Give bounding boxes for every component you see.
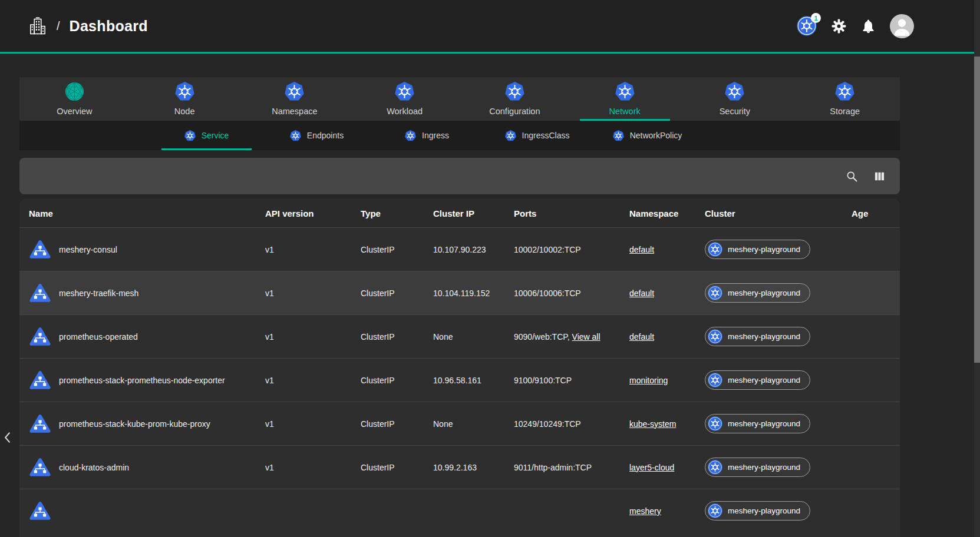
ports-text: 9100/9100:TCP [514, 376, 572, 385]
scrollbar-thumb[interactable] [974, 57, 980, 363]
main-tab[interactable]: Workload [349, 77, 460, 121]
subtab-label: NetworkPolicy [630, 131, 682, 140]
accent-divider [0, 52, 980, 54]
notifications-button[interactable] [861, 19, 876, 34]
service-name: cloud-kratos-admin [59, 463, 129, 472]
service-type: ClusterIP [361, 463, 433, 472]
sidebar-collapse-toggle[interactable] [1, 429, 15, 446]
breadcrumb: / Dashboard [28, 16, 148, 35]
subtab-label: IngressClass [522, 131, 570, 140]
cluster-chip[interactable]: meshery-playground [705, 283, 810, 303]
cluster-ip: 10.104.119.152 [433, 289, 514, 298]
cluster-chip[interactable]: meshery-playground [705, 370, 810, 390]
table-row[interactable]: meshery meshery-playground [19, 489, 900, 532]
main-tab[interactable]: Configuration [460, 77, 570, 121]
table-row[interactable]: cloud-kratos-admin v1 ClusterIP 10.99.2.… [19, 445, 900, 489]
namespace-link[interactable]: meshery [629, 506, 661, 516]
tab-label: Workload [387, 107, 423, 116]
service-icon [29, 238, 51, 261]
service-name: meshery-traefik-mesh [59, 289, 138, 298]
user-avatar[interactable] [890, 14, 914, 38]
table-header: NameAPI versionTypeCluster IPPortsNamesp… [19, 199, 900, 227]
kubernetes-icon [395, 82, 414, 101]
search-button[interactable] [846, 170, 858, 183]
main-tab[interactable]: Network [570, 77, 680, 121]
main-tab[interactable]: Namespace [240, 77, 350, 121]
kubernetes-icon [290, 130, 301, 141]
cluster-chip[interactable]: meshery-playground [705, 327, 810, 346]
sub-tab[interactable]: Service [151, 121, 262, 150]
view-all-link[interactable]: View all [572, 332, 600, 342]
column-header[interactable]: Name [19, 208, 265, 218]
kubernetes-icon [708, 329, 722, 344]
tab-label: Security [720, 107, 750, 116]
context-count-badge: 1 [811, 13, 821, 23]
cluster-chip-label: meshery-playground [728, 419, 800, 428]
table-row[interactable]: prometheus-stack-kube-prom-kube-proxy v1… [19, 402, 900, 445]
sub-tab[interactable]: NetworkPolicy [592, 121, 702, 150]
cluster-chip-label: meshery-playground [728, 332, 800, 341]
namespace-link[interactable]: default [629, 245, 654, 254]
service-name: meshery-consul [59, 245, 117, 254]
kubernetes-context-button[interactable]: 1 [797, 16, 817, 36]
sub-tab[interactable]: Ingress [372, 121, 482, 150]
tab-label: Node [174, 107, 195, 116]
main-tab[interactable]: Node [130, 77, 240, 121]
meshery-icon [65, 82, 84, 101]
sub-tab[interactable]: Endpoints [262, 121, 372, 150]
kubernetes-icon [708, 373, 722, 387]
kubernetes-icon [285, 82, 304, 101]
cluster-chip[interactable]: meshery-playground [705, 414, 810, 433]
sub-tab[interactable]: IngressClass [482, 121, 592, 150]
kubernetes-icon [725, 82, 744, 101]
column-header[interactable]: Cluster [705, 208, 852, 218]
service-icon [29, 369, 51, 392]
table-row[interactable]: meshery-traefik-mesh v1 ClusterIP 10.104… [19, 271, 900, 314]
namespace-link[interactable]: layer5-cloud [629, 463, 674, 472]
namespace-link[interactable]: kube-system [629, 419, 676, 429]
column-header[interactable]: Age [852, 208, 900, 218]
column-header[interactable]: Namespace [629, 208, 705, 218]
table-row[interactable]: prometheus-stack-prometheus-node-exporte… [19, 358, 900, 402]
table-row[interactable]: prometheus-operated v1 ClusterIP None 90… [19, 314, 900, 358]
window-scrollbar[interactable] [974, 0, 980, 537]
namespace-link[interactable]: default [629, 332, 654, 342]
kubernetes-icon [708, 242, 722, 257]
column-header[interactable]: API version [265, 208, 361, 218]
cluster-ip: 10.99.2.163 [433, 463, 514, 472]
app-header: / Dashboard 1 [0, 0, 980, 52]
kubernetes-icon [708, 416, 722, 431]
table-row[interactable]: meshery-consul v1 ClusterIP 10.107.90.22… [19, 227, 900, 271]
tab-label: Overview [57, 107, 92, 116]
service-icon [29, 326, 51, 348]
kubernetes-icon [835, 82, 854, 101]
main-tab[interactable]: Storage [790, 77, 900, 121]
column-header[interactable]: Cluster IP [433, 208, 514, 218]
cluster-ip: 10.107.90.223 [433, 245, 514, 254]
service-name: prometheus-stack-kube-prom-kube-proxy [59, 419, 210, 429]
column-header[interactable]: Type [361, 208, 433, 218]
service-icon [29, 282, 51, 304]
column-header[interactable]: Ports [514, 208, 629, 218]
settings-button[interactable] [831, 18, 847, 34]
service-icon [29, 456, 51, 479]
view-columns-icon [873, 170, 886, 183]
view-columns-button[interactable] [873, 170, 886, 183]
kubernetes-icon [175, 82, 194, 101]
building-icon[interactable] [28, 16, 47, 35]
service-name: prometheus-operated [59, 332, 138, 342]
cluster-chip[interactable]: meshery-playground [705, 458, 810, 477]
main-tab[interactable]: Security [680, 77, 790, 121]
cluster-chip[interactable]: meshery-playground [705, 501, 810, 521]
kubernetes-icon [405, 130, 416, 141]
namespace-link[interactable]: monitoring [629, 376, 668, 385]
service-type: ClusterIP [361, 245, 433, 254]
sub-tabs: Service Endpoints Ingress IngressClass N… [19, 121, 900, 150]
service-name: prometheus-stack-prometheus-node-exporte… [59, 376, 225, 385]
cluster-chip[interactable]: meshery-playground [705, 240, 810, 259]
table-body: meshery-consul v1 ClusterIP 10.107.90.22… [19, 227, 900, 532]
person-icon [890, 14, 914, 38]
ports-text: 9090/web:TCP, [514, 332, 570, 342]
main-tab[interactable]: Overview [19, 77, 130, 121]
namespace-link[interactable]: default [629, 289, 654, 298]
